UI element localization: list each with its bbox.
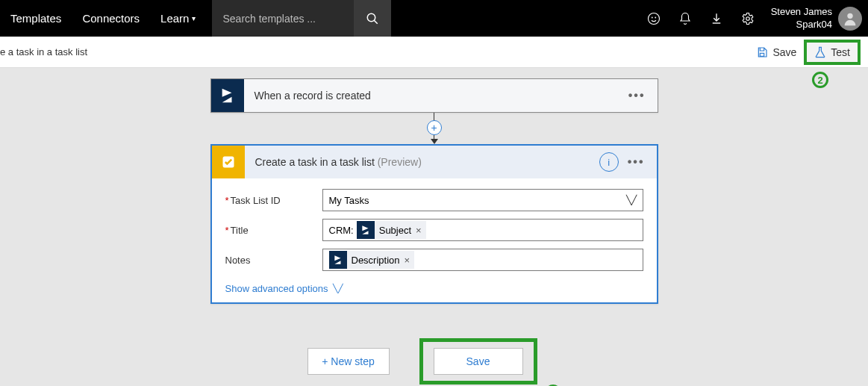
new-step-button[interactable]: + New step [307, 348, 390, 375]
chevron-down-icon: ▾ [192, 14, 196, 22]
trigger-card[interactable]: When a record is created ••• [210, 78, 658, 113]
insert-step-button[interactable]: + [427, 120, 442, 135]
row-tasklist: *Task List ID My Tasks ╲╱ [225, 189, 643, 211]
person-icon [842, 10, 858, 27]
cmd-test-label: Test [831, 46, 850, 58]
svg-point-6 [847, 13, 852, 18]
token-subject[interactable]: Subject × [357, 221, 426, 239]
dynamics-icon [357, 221, 375, 239]
nav-learn-label: Learn [160, 12, 189, 25]
trigger-title: When a record is created [244, 90, 624, 102]
bell-icon [678, 12, 692, 25]
title-label: *Title [225, 225, 322, 236]
command-bar: e a task in a task list Save Test [0, 37, 868, 68]
token-remove-button[interactable]: × [416, 225, 422, 236]
info-icon: i [608, 157, 610, 168]
user-name: Steven James [771, 6, 832, 18]
top-nav-left: Templates Connectors Learn ▾ [0, 0, 391, 37]
row-title: *Title CRM: Subject × [225, 219, 643, 241]
search-input[interactable] [212, 0, 354, 37]
save-highlight: Save [419, 338, 537, 385]
chevron-down-icon: ╲╱ [626, 195, 637, 205]
dynamics-icon [329, 251, 347, 269]
action-body: *Task List ID My Tasks ╲╱ *Title CRM: [212, 178, 657, 302]
svg-point-3 [652, 17, 652, 18]
show-advanced-label: Show advanced options [225, 283, 328, 294]
token-description[interactable]: Description × [329, 251, 415, 269]
dynamics-icon [211, 79, 244, 112]
user-text: Steven James Spark04 [771, 6, 832, 31]
download-icon [710, 12, 723, 25]
notifications-button[interactable] [669, 0, 701, 37]
info-button[interactable]: i [599, 152, 619, 172]
cmd-save-label: Save [772, 46, 796, 58]
cmd-save-button[interactable]: Save [749, 40, 804, 65]
search-icon [366, 12, 379, 25]
flask-icon [814, 46, 826, 58]
search-button[interactable] [354, 0, 391, 37]
gear-icon [741, 12, 755, 25]
tasklist-value: My Tasks [329, 195, 369, 206]
save-callout-group: Save 1 [419, 338, 561, 385]
cmd-test-button[interactable]: Test [804, 40, 861, 65]
svg-point-5 [746, 16, 749, 20]
action-title: Create a task in a task list (Preview) [245, 156, 599, 168]
nav-templates[interactable]: Templates [0, 0, 72, 37]
top-nav: Templates Connectors Learn ▾ [0, 0, 868, 37]
chevron-down-icon: ╲╱ [333, 284, 343, 293]
action-title-main: Create a task in a task list [255, 156, 378, 168]
arrow-down-icon [431, 139, 438, 144]
user-menu[interactable]: Steven James Spark04 [764, 0, 868, 37]
action-more-button[interactable]: ••• [623, 155, 649, 169]
notes-label: Notes [225, 255, 322, 266]
tasklist-select[interactable]: My Tasks ╲╱ [322, 189, 643, 211]
save-button[interactable]: Save [434, 348, 523, 375]
svg-point-4 [655, 17, 656, 18]
token-remove-button[interactable]: × [405, 255, 410, 266]
nav-learn[interactable]: Learn ▾ [150, 0, 206, 37]
action-title-preview: (Preview) [378, 156, 422, 168]
nav-connectors[interactable]: Connectors [72, 0, 150, 37]
user-tenant: Spark04 [771, 19, 832, 31]
flow-canvas: When a record is created ••• + Create a … [0, 68, 868, 385]
show-advanced-link[interactable]: Show advanced options ╲╱ [225, 283, 343, 294]
token-description-label: Description [352, 255, 400, 266]
avatar [838, 7, 862, 31]
trigger-more-button[interactable]: ••• [624, 89, 650, 102]
tasklist-label: *Task List ID [225, 195, 322, 206]
svg-line-1 [375, 20, 378, 24]
notes-input[interactable]: Description × [322, 249, 643, 271]
download-button[interactable] [701, 0, 732, 37]
svg-point-2 [648, 13, 659, 24]
row-notes: Notes Description × [225, 249, 643, 271]
save-icon [756, 46, 768, 58]
breadcrumb: e a task in a task list [0, 46, 87, 57]
title-input[interactable]: CRM: Subject × [322, 219, 643, 241]
title-prefix: CRM: [329, 225, 354, 236]
settings-button[interactable] [732, 0, 764, 37]
token-subject-label: Subject [379, 225, 411, 236]
google-tasks-icon [212, 146, 245, 178]
smile-icon [647, 12, 661, 25]
feedback-button[interactable] [638, 0, 669, 37]
svg-rect-7 [761, 53, 764, 56]
svg-point-0 [368, 13, 376, 22]
bottom-actions: + New step Save 1 [210, 338, 658, 385]
action-card[interactable]: Create a task in a task list (Preview) i… [210, 144, 658, 304]
search-container [212, 0, 391, 37]
connector: + [210, 113, 658, 144]
